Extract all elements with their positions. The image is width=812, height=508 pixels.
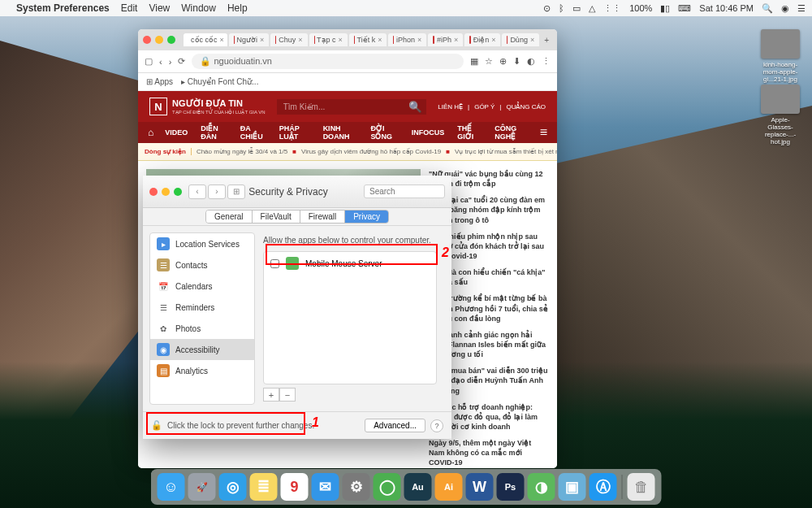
prefs-search-input[interactable] (364, 185, 445, 198)
nav-item[interactable]: DIỄN ĐÀN (194, 124, 233, 141)
nav-item[interactable]: PHÁP LUẬT (273, 124, 317, 141)
header-link[interactable]: LIÊN HỆ (438, 103, 463, 111)
lock-icon[interactable]: 🔓 (151, 420, 162, 432)
nav-item[interactable]: ĐA CHIỀU (234, 124, 273, 141)
battery-icon[interactable]: ▮▯ (660, 3, 670, 14)
menu-view[interactable]: View (149, 2, 170, 14)
privacy-category-item[interactable]: ▸Location Services (150, 233, 254, 254)
dock-app-mouse[interactable]: ◑ (528, 473, 555, 501)
dock-app-coccoc[interactable]: ◯ (374, 473, 401, 501)
spotlight-icon[interactable]: 🔍 (762, 3, 773, 14)
tab-close-icon[interactable]: × (491, 36, 495, 44)
dock-app-safari[interactable]: ◎ (219, 473, 247, 501)
browser-tab[interactable]: Chuy× (270, 33, 307, 46)
menu-window[interactable]: Window (181, 2, 216, 14)
header-link[interactable]: GÓP Ý (474, 103, 495, 111)
ticker-item[interactable]: Virus gây dịch viêm đường hô hấp cấp Cov… (301, 148, 441, 155)
tab-filevault[interactable]: FileVault (253, 211, 300, 223)
site-logo[interactable]: N NGƯỜI ĐƯA TIN TẠP CHÍ ĐIỆN TỬ CỦA HỘI … (149, 98, 266, 115)
apps-button[interactable]: ⊞ Apps (146, 77, 173, 86)
app-name[interactable]: System Preferences (16, 2, 110, 14)
nav-home-icon[interactable]: ⌂ (143, 127, 158, 138)
tab-close-icon[interactable]: × (417, 36, 421, 44)
dock-app-calendar[interactable]: 9 (281, 473, 309, 501)
bookmark-item[interactable]: ▸ Chuyển Font Chữ... (181, 77, 258, 86)
menu-icon[interactable]: ⋮ (542, 56, 551, 67)
nav-item[interactable]: INFOCUS (405, 128, 451, 137)
notifications-icon[interactable]: ☰ (797, 3, 806, 14)
minimize-icon[interactable] (162, 188, 170, 196)
qr-icon[interactable]: ▦ (470, 56, 478, 67)
menu-help[interactable]: Help (227, 2, 248, 14)
browser-tab[interactable]: Dùng× (502, 33, 539, 46)
site-search-input[interactable] (277, 99, 404, 115)
tab-close-icon[interactable]: × (454, 36, 458, 44)
browser-tab[interactable]: #iPh× (428, 33, 463, 46)
nav-more-icon[interactable]: ≡ (535, 125, 552, 140)
desktop-file[interactable]: kinh-hoang-mom-apple-gi...21-1.jpg (758, 29, 802, 83)
privacy-category-item[interactable]: ☰Contacts (150, 254, 254, 276)
remove-app-button[interactable]: − (279, 388, 296, 402)
dock-app-photoshop[interactable]: Ps (497, 473, 525, 501)
nav-item[interactable]: KINH DOANH (317, 124, 365, 141)
app-list-item[interactable]: Mobile Mouse Server (264, 252, 436, 275)
close-icon[interactable] (143, 36, 151, 44)
browser-tab[interactable]: Điện× (464, 33, 500, 46)
extension-icon[interactable]: ◐ (527, 56, 535, 67)
advanced-button[interactable]: Advanced... (365, 419, 425, 432)
tab-privacy[interactable]: Privacy (345, 211, 388, 223)
status-icon[interactable]: ⊙ (543, 3, 551, 14)
dock-app-folder[interactable]: ▣ (559, 473, 586, 501)
privacy-category-item[interactable]: ▤Analytics (150, 360, 254, 381)
keyboard-icon[interactable]: ⌨ (678, 3, 691, 14)
settings-icon[interactable]: ⊕ (499, 56, 507, 67)
tab-close-icon[interactable]: × (298, 36, 302, 44)
tab-close-icon[interactable]: × (260, 36, 264, 44)
nav-item[interactable]: CÔNG NGHỆ (488, 124, 534, 141)
tab-close-icon[interactable]: × (339, 36, 343, 44)
privacy-category-item[interactable]: ☰Reminders (150, 297, 254, 318)
display-icon[interactable]: ▭ (572, 3, 581, 14)
help-button[interactable]: ? (430, 419, 443, 432)
zoom-icon[interactable] (174, 188, 182, 196)
tab-general[interactable]: General (206, 211, 253, 223)
browser-tab[interactable]: iPhon× (388, 33, 426, 46)
privacy-category-item[interactable]: ✿Photos (150, 318, 254, 339)
close-icon[interactable] (149, 188, 158, 196)
reload-button[interactable]: ⟳ (178, 56, 185, 67)
dock-app-launchpad[interactable]: 🚀 (188, 473, 216, 501)
menu-edit[interactable]: Edit (121, 2, 138, 14)
desktop-file[interactable]: Apple-Glasses-replace-...-hot.jpg (758, 85, 802, 145)
nav-item[interactable]: ĐỜI SỐNG (364, 124, 404, 141)
minimize-icon[interactable] (155, 36, 163, 44)
browser-tab[interactable]: Tạp c× (309, 33, 348, 46)
header-link[interactable]: QUẢNG CÁO (506, 103, 546, 111)
dock-app-appstore[interactable]: Ⓐ (590, 473, 617, 501)
clock[interactable]: Sat 10:46 PM (699, 3, 754, 13)
dock-app-illustrator[interactable]: Ai (435, 473, 463, 501)
browser-tab[interactable]: Tiết k× (349, 33, 387, 46)
app-checkbox[interactable] (270, 259, 279, 268)
battery-pct[interactable]: 100% (629, 3, 652, 13)
home-button[interactable]: ▢ (145, 56, 153, 67)
star-icon[interactable]: ☆ (485, 56, 493, 67)
trash-icon[interactable]: 🗑 (628, 473, 655, 501)
tab-close-icon[interactable]: × (220, 36, 224, 44)
address-input[interactable]: 🔒 nguoiduatin.vn (192, 54, 464, 69)
privacy-category-item[interactable]: ◉Accessibility (150, 339, 254, 360)
nav-item[interactable]: THẾ GIỚI (451, 124, 488, 141)
download-icon[interactable]: ⬇ (513, 56, 520, 67)
dock-app-sysprefs[interactable]: ⚙ (343, 473, 370, 501)
forward-button[interactable]: › (169, 57, 172, 67)
new-tab-button[interactable]: + (541, 36, 552, 45)
dock-app-audition[interactable]: Au (404, 473, 432, 501)
headline-item[interactable]: Ngày 9/5, thêm một ngày Việt Nam không c… (429, 438, 549, 467)
zoom-icon[interactable] (167, 36, 175, 44)
dock-app-finder[interactable]: ☺ (158, 473, 185, 501)
airplay-icon[interactable]: △ (589, 3, 595, 14)
browser-tab[interactable]: Người× (229, 33, 269, 46)
nav-item[interactable]: VIDEO (158, 128, 194, 137)
dock-app-word[interactable]: W (466, 473, 494, 501)
add-app-button[interactable]: + (263, 388, 279, 402)
ticker-item[interactable]: Chào mừng ngày lễ 30/4 và 1/5 (197, 148, 287, 155)
